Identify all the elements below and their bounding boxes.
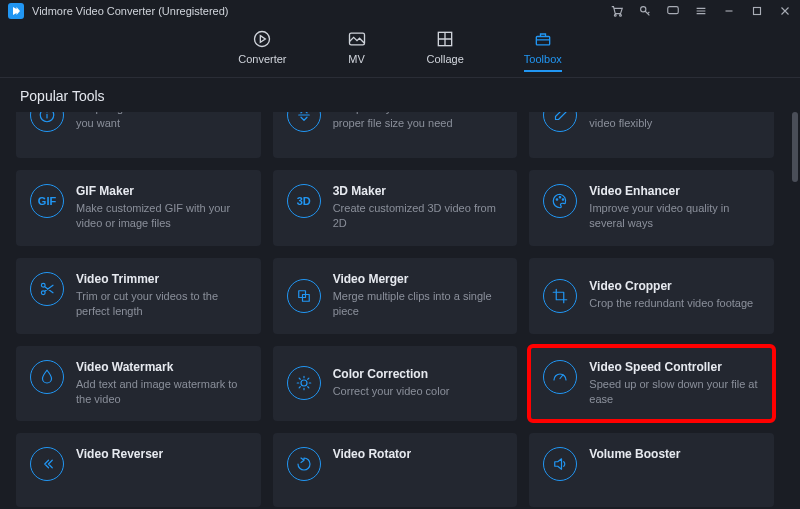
tool-desc: Create customized 3D video from 2D <box>333 201 504 232</box>
tool-card-volume[interactable]: Volume Booster <box>529 433 774 507</box>
tool-title: Video Trimmer <box>76 272 247 286</box>
tool-scroll-area: Keep original file info or edit as you w… <box>0 112 790 509</box>
tool-card-merger[interactable]: Video Merger Merge multiple clips into a… <box>273 258 518 334</box>
svg-marker-6 <box>261 35 266 42</box>
collage-icon <box>435 29 455 49</box>
tool-title: Video Enhancer <box>589 184 760 198</box>
tool-desc: Crop the redundant video footage <box>589 296 760 311</box>
tool-title: Video Speed Controller <box>589 360 760 374</box>
tool-title: Video Merger <box>333 272 504 286</box>
svg-point-11 <box>557 199 559 201</box>
tool-card-cropper[interactable]: Video Cropper Crop the redundant video f… <box>529 258 774 334</box>
menu-icon[interactable] <box>694 4 708 18</box>
tab-converter[interactable]: Converter <box>238 29 286 71</box>
tab-toolbox[interactable]: Toolbox <box>524 29 562 71</box>
tool-title: Video Reverser <box>76 447 247 461</box>
mv-icon <box>347 29 367 49</box>
reverse-icon <box>30 447 64 481</box>
tool-card-enhancer[interactable]: Video Enhancer Improve your video qualit… <box>529 170 774 246</box>
svg-point-18 <box>301 380 307 386</box>
app-title: Vidmore Video Converter (Unregistered) <box>32 5 228 17</box>
tool-card-speed[interactable]: Video Speed Controller Speed up or slow … <box>529 346 774 422</box>
tool-grid: Keep original file info or edit as you w… <box>0 112 790 507</box>
tool-desc: Add text and image watermark to the vide… <box>76 377 247 408</box>
close-icon[interactable] <box>778 4 792 18</box>
crop-icon <box>543 279 577 313</box>
compress-icon <box>287 112 321 132</box>
svg-rect-4 <box>754 8 761 15</box>
tool-card-reverser[interactable]: Video Reverser <box>16 433 261 507</box>
tool-card-rotator[interactable]: Video Rotator <box>273 433 518 507</box>
svg-point-0 <box>614 15 616 17</box>
tool-card-trimmer[interactable]: Video Trimmer Trim or cut your videos to… <box>16 258 261 334</box>
tool-title: Video Rotator <box>333 447 504 461</box>
info-icon <box>30 112 64 132</box>
svg-point-1 <box>620 15 622 17</box>
palette-icon <box>543 184 577 218</box>
tool-card-color[interactable]: Color Correction Correct your video colo… <box>273 346 518 422</box>
svg-point-5 <box>255 31 270 46</box>
tool-card-3d[interactable]: 3D 3D Maker Create customized 3D video f… <box>273 170 518 246</box>
tool-title: GIF Maker <box>76 184 247 198</box>
tab-label: MV <box>348 53 365 65</box>
minimize-icon[interactable] <box>722 4 736 18</box>
tool-card-metadata[interactable]: Keep original file info or edit as you w… <box>16 112 261 158</box>
gif-icon: GIF <box>30 184 64 218</box>
rotate-icon <box>287 447 321 481</box>
gauge-icon <box>543 360 577 394</box>
tool-desc: Make customized GIF with your video or i… <box>76 201 247 232</box>
svg-point-12 <box>560 197 562 199</box>
tool-title: Volume Booster <box>589 447 760 461</box>
tab-mv[interactable]: MV <box>347 29 367 71</box>
maximize-icon[interactable] <box>750 4 764 18</box>
app-logo <box>8 3 24 19</box>
tab-collage[interactable]: Collage <box>427 29 464 71</box>
tab-label: Converter <box>238 53 286 65</box>
cart-icon[interactable] <box>610 4 624 18</box>
tool-title: Video Cropper <box>589 279 760 293</box>
volume-icon <box>543 447 577 481</box>
tool-card-gif[interactable]: GIF GIF Maker Make customized GIF with y… <box>16 170 261 246</box>
tool-card-compressor[interactable]: Compress your video files to the proper … <box>273 112 518 158</box>
converter-icon <box>252 29 272 49</box>
tool-desc: Correct your video color <box>333 384 504 399</box>
tool-card-remover[interactable]: Remove the watermark from the video flex… <box>529 112 774 158</box>
feedback-icon[interactable] <box>666 4 680 18</box>
section-title: Popular Tools <box>0 78 800 104</box>
tool-desc: Trim or cut your videos to the perfect l… <box>76 289 247 320</box>
tool-desc: Keep original file info or edit as you w… <box>76 112 247 132</box>
toolbox-icon <box>533 29 553 49</box>
merge-icon <box>287 279 321 313</box>
tool-desc: Compress your video files to the proper … <box>333 112 504 132</box>
tool-desc: Speed up or slow down your file at ease <box>589 377 760 408</box>
tool-desc: Improve your video quality in several wa… <box>589 201 760 232</box>
tab-label: Collage <box>427 53 464 65</box>
eraser-icon <box>543 112 577 132</box>
tool-desc: Merge multiple clips into a single piece <box>333 289 504 320</box>
tool-card-watermark[interactable]: Video Watermark Add text and image water… <box>16 346 261 422</box>
tool-title: Color Correction <box>333 367 504 381</box>
main-tabs: Converter MV Collage Toolbox <box>0 22 800 78</box>
tab-label: Toolbox <box>524 53 562 65</box>
svg-point-13 <box>563 199 565 201</box>
sun-icon <box>287 366 321 400</box>
tool-title: 3D Maker <box>333 184 504 198</box>
scrollbar-thumb[interactable] <box>792 112 798 182</box>
svg-rect-9 <box>536 36 549 44</box>
droplet-icon <box>30 360 64 394</box>
key-icon[interactable] <box>638 4 652 18</box>
tool-desc: Remove the watermark from the video flex… <box>589 112 760 132</box>
scissors-icon <box>30 272 64 306</box>
tool-title: Video Watermark <box>76 360 247 374</box>
title-bar: Vidmore Video Converter (Unregistered) <box>0 0 800 22</box>
3d-icon: 3D <box>287 184 321 218</box>
